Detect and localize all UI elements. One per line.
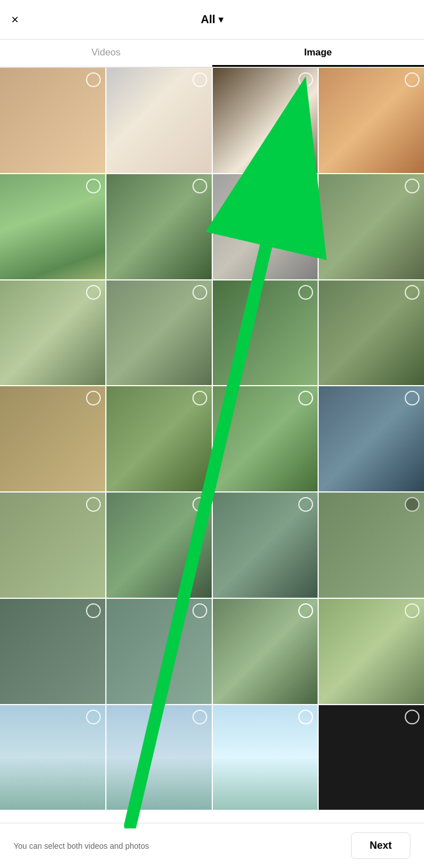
selection-circle — [192, 285, 207, 300]
grid-item[interactable] — [213, 599, 318, 704]
bottom-bar: You can select both videos and photos Ne… — [0, 823, 424, 868]
grid-item[interactable] — [106, 493, 212, 598]
grid-item[interactable] — [0, 705, 105, 810]
selection-circle — [405, 603, 419, 618]
grid-item[interactable] — [213, 174, 318, 279]
selection-circle — [192, 497, 207, 512]
grid-item[interactable] — [0, 493, 105, 598]
next-button[interactable]: Next — [351, 832, 410, 859]
selection-circle — [405, 179, 419, 193]
selection-circle — [405, 72, 419, 87]
grid-item[interactable] — [319, 493, 424, 598]
selection-circle — [405, 391, 419, 405]
grid-item[interactable] — [106, 599, 212, 704]
grid-item[interactable] — [213, 280, 318, 386]
photo-grid — [0, 68, 424, 810]
selection-circle — [86, 710, 101, 724]
selection-circle — [192, 603, 207, 618]
selection-circle — [192, 391, 207, 405]
grid-item[interactable] — [319, 68, 424, 173]
selection-circle — [192, 710, 207, 724]
selection-circle — [86, 72, 101, 87]
grid-item[interactable] — [0, 280, 105, 386]
selection-circle — [405, 285, 419, 300]
grid-item[interactable] — [0, 68, 105, 173]
selection-circle — [298, 391, 313, 405]
grid-item[interactable] — [106, 174, 212, 279]
grid-item[interactable] — [319, 386, 424, 491]
selection-circle — [86, 179, 101, 193]
selection-circle — [298, 603, 313, 618]
selection-circle — [298, 497, 313, 512]
grid-item[interactable] — [106, 68, 212, 173]
header: × All ▾ — [0, 0, 424, 40]
tab-image[interactable]: Image — [212, 40, 425, 67]
header-title-area[interactable]: All ▾ — [201, 13, 224, 26]
grid-item[interactable] — [319, 599, 424, 704]
selection-circle — [298, 285, 313, 300]
grid-item[interactable] — [213, 386, 318, 491]
selection-circle — [86, 603, 101, 618]
grid-item[interactable] — [319, 174, 424, 279]
selection-hint: You can select both videos and photos — [14, 841, 149, 850]
tab-videos[interactable]: Videos — [0, 40, 212, 67]
grid-item[interactable] — [0, 386, 105, 491]
selection-circle — [192, 72, 207, 87]
photo-grid-container — [0, 68, 424, 828]
chevron-down-icon: ▾ — [219, 14, 223, 25]
close-icon: × — [11, 12, 19, 27]
selection-circle — [298, 72, 313, 87]
filter-label: All — [201, 13, 216, 26]
grid-item[interactable] — [106, 280, 212, 386]
selection-circle — [298, 179, 313, 193]
grid-item[interactable] — [106, 386, 212, 491]
grid-item[interactable] — [213, 493, 318, 598]
selection-circle — [86, 285, 101, 300]
grid-item[interactable] — [213, 68, 318, 173]
tab-bar: Videos Image — [0, 40, 424, 68]
selection-circle — [86, 497, 101, 512]
selection-circle — [298, 710, 313, 724]
grid-item[interactable] — [0, 599, 105, 704]
grid-item[interactable] — [0, 174, 105, 279]
selection-circle — [192, 179, 207, 193]
close-button[interactable]: × — [11, 12, 19, 27]
grid-item[interactable] — [319, 280, 424, 386]
grid-item[interactable] — [106, 705, 212, 810]
selection-circle — [405, 710, 419, 724]
selection-circle — [405, 497, 419, 512]
selection-circle — [86, 391, 101, 405]
grid-item[interactable] — [319, 705, 424, 810]
grid-item[interactable] — [213, 705, 318, 810]
